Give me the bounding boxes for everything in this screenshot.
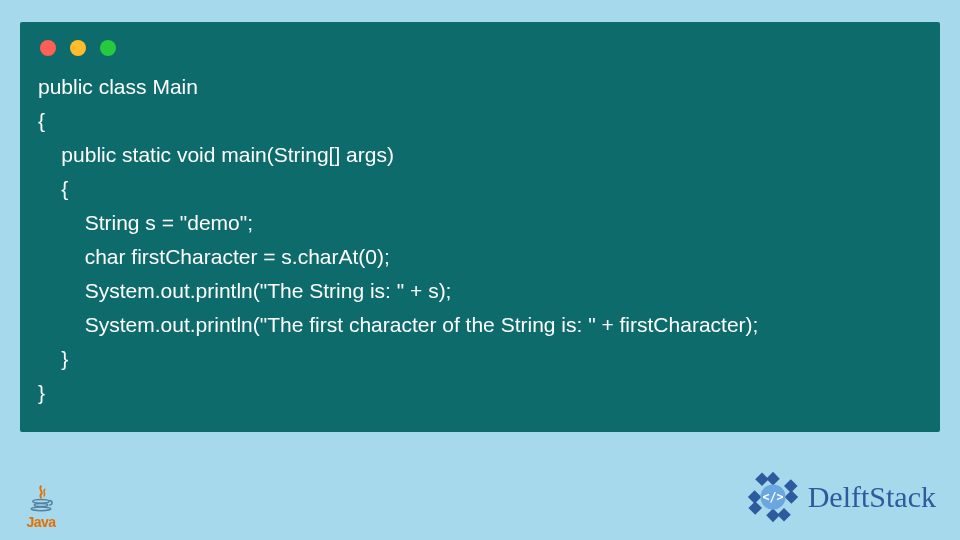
delftstack-logo-icon: </> bbox=[744, 468, 802, 526]
delftstack-brand: </> DelftStack bbox=[744, 468, 936, 526]
java-logo: Java bbox=[24, 484, 58, 530]
minimize-icon bbox=[70, 40, 86, 56]
svg-text:</>: </> bbox=[762, 490, 783, 504]
window-traffic-lights bbox=[20, 22, 940, 64]
svg-point-2 bbox=[31, 507, 51, 511]
code-window: public class Main { public static void m… bbox=[20, 22, 940, 432]
java-label: Java bbox=[26, 514, 55, 530]
java-cup-icon bbox=[24, 484, 58, 514]
maximize-icon bbox=[100, 40, 116, 56]
close-icon bbox=[40, 40, 56, 56]
delftstack-label: DelftStack bbox=[808, 480, 936, 514]
svg-point-0 bbox=[33, 499, 50, 503]
svg-point-1 bbox=[34, 504, 48, 507]
footer: Java </> DelftStack bbox=[0, 460, 960, 540]
code-block: public class Main { public static void m… bbox=[20, 64, 940, 414]
